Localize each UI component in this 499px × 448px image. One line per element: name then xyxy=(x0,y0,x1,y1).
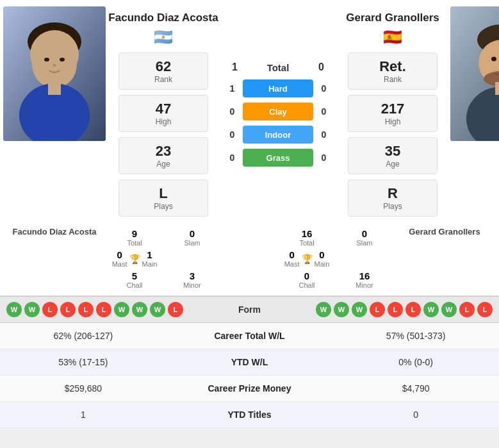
p1-mast-lbl: Mast xyxy=(112,260,127,268)
svg-rect-16 xyxy=(495,82,499,95)
player2-name: Gerard Granollers xyxy=(346,12,439,24)
stat-center-label: Career Prize Money xyxy=(167,376,333,402)
clay-score-left: 0 xyxy=(224,106,240,117)
player2-plays-box: R Plays xyxy=(348,179,438,217)
indoor-row: 0 Indoor 0 xyxy=(224,126,332,144)
player1-rank-value: 62 xyxy=(119,58,208,75)
p2-main-lbl: Main xyxy=(315,260,330,268)
player1-name-label: Facundo Diaz Acosta xyxy=(3,227,106,290)
p2-minor-cell: 16 Minor xyxy=(336,269,393,290)
player1-high-box: 47 High xyxy=(119,95,208,132)
form-badge: L xyxy=(168,302,183,317)
p1-chall-val: 5 xyxy=(107,270,162,281)
p2-chall-lbl: Chall xyxy=(279,281,334,289)
hard-button[interactable]: Hard xyxy=(243,79,313,97)
p2-chall-cell xyxy=(336,248,393,269)
indoor-button[interactable]: Indoor xyxy=(243,126,313,144)
clay-button[interactable]: Clay xyxy=(243,103,313,120)
p1-chall-cell2: 5 Chall xyxy=(106,269,163,290)
player2-age-box: 35 Age xyxy=(348,137,438,174)
form-badge: L xyxy=(477,302,493,317)
player1-form-badges: WWLLLLWWWL xyxy=(6,302,202,317)
p2-minor-val: 16 xyxy=(337,270,392,281)
player2-name-label: Gerard Granollers xyxy=(393,227,496,290)
p2-total-val: 16 xyxy=(279,228,334,239)
total-score-right: 0 xyxy=(313,62,329,73)
hard-score-right: 0 xyxy=(316,83,332,94)
form-badge: W xyxy=(441,302,457,317)
p1-slam-cell: 0 Slam xyxy=(163,227,221,248)
p2-mast-val: 0 xyxy=(284,249,300,260)
player2-high-label: High xyxy=(348,117,437,126)
total-score-left: 1 xyxy=(227,62,243,73)
stats-table: 62% (206-127) Career Total W/L 57% (501-… xyxy=(0,323,499,428)
grass-score-right: 0 xyxy=(316,153,332,163)
stats-row: 62% (206-127) Career Total W/L 57% (501-… xyxy=(0,323,499,349)
p1-total-val: 9 xyxy=(107,228,162,239)
form-badge: L xyxy=(405,302,421,317)
player2-trophy: 🏆 xyxy=(302,254,313,264)
main-container: Facundo Diaz Acosta 🇦🇷 62 Rank 47 High 2… xyxy=(0,0,499,428)
p1-chall-cell xyxy=(163,248,221,269)
p1-minor-cell: 3 Minor xyxy=(163,269,221,290)
stat-left-val: 1 xyxy=(0,402,167,428)
total-row: 1 Total 0 xyxy=(224,62,332,73)
p1-minor-lbl: Minor xyxy=(165,281,220,289)
p2-total-lbl: Total xyxy=(279,239,334,247)
player1-mini-stats: 9 Total 0 Slam 0 Mast 🏆 1 Main xyxy=(106,227,221,290)
player2-age-label: Age xyxy=(348,160,437,169)
form-badge: L xyxy=(42,302,58,317)
stat-right-val: 0% (0-0) xyxy=(332,349,499,376)
stat-left-val: 53% (17-15) xyxy=(0,349,167,376)
p1-mast-val: 0 xyxy=(112,249,127,260)
form-badge: W xyxy=(6,302,22,317)
player1-high-value: 47 xyxy=(119,101,208,117)
svg-rect-7 xyxy=(48,82,61,95)
p2-slam-cell: 0 Slam xyxy=(336,227,393,248)
p2-mast-cell: 0 Mast 🏆 0 Main xyxy=(278,248,336,269)
indoor-score-right: 0 xyxy=(316,129,332,140)
player1-trophy: 🏆 xyxy=(129,254,140,264)
player2-plays-label: Plays xyxy=(348,202,437,211)
p2-mast-lbl: Mast xyxy=(284,260,300,268)
form-label: Form xyxy=(202,304,298,315)
stat-right-val: $4,790 xyxy=(332,376,499,402)
p2-slam-val: 0 xyxy=(337,228,392,239)
svg-point-5 xyxy=(60,58,65,62)
p2-minor-lbl: Minor xyxy=(337,281,392,289)
p2-chall-cell2: 0 Chall xyxy=(278,269,336,290)
player2-high-box: 217 High xyxy=(348,95,438,132)
grass-button[interactable]: Grass xyxy=(243,149,313,167)
p1-total-cell: 9 Total xyxy=(106,227,163,248)
svg-point-3 xyxy=(32,40,77,88)
form-badge: L xyxy=(370,302,385,317)
form-badge: L xyxy=(459,302,475,317)
p2-main-val: 0 xyxy=(315,249,330,260)
p1-main-val: 1 xyxy=(142,249,158,260)
player1-age-label: Age xyxy=(119,160,208,169)
form-badge: W xyxy=(114,302,129,317)
player2-age-value: 35 xyxy=(348,143,437,160)
player1-rank-label: Rank xyxy=(119,75,208,84)
middle-col: 1 Total 0 1 Hard 0 0 Clay 0 0 Indoor 0 xyxy=(221,6,335,219)
stat-center-label: YTD Titles xyxy=(167,402,333,428)
player2-col: Gerard Granollers 🇪🇸 Ret. Rank 217 High … xyxy=(335,6,450,219)
player2-form-badges: WWWLLLWWLL xyxy=(298,302,493,317)
player2-photo xyxy=(450,6,499,141)
indoor-score-left: 0 xyxy=(224,129,240,140)
svg-point-13 xyxy=(491,57,496,62)
p1-minor-val: 3 xyxy=(165,270,220,281)
form-badge: L xyxy=(388,302,403,317)
stat-left-val: $259,680 xyxy=(0,376,167,402)
p1-chall-lbl: Chall xyxy=(107,281,162,289)
player-labels-row: Facundo Diaz Acosta 9 Total 0 Slam 0 Mas… xyxy=(0,226,499,296)
form-section: WWLLLLWWWL Form WWWLLLWWLL xyxy=(0,296,499,323)
player1-photo xyxy=(3,6,106,141)
stat-right-val: 0 xyxy=(332,402,499,428)
form-badge: L xyxy=(60,302,76,317)
player1-flag: 🇦🇷 xyxy=(154,28,173,46)
clay-score-right: 0 xyxy=(316,106,332,117)
player2-rank-box: Ret. Rank xyxy=(348,53,438,90)
player2-rank-value: Ret. xyxy=(348,58,437,75)
player1-high-label: High xyxy=(119,117,208,126)
